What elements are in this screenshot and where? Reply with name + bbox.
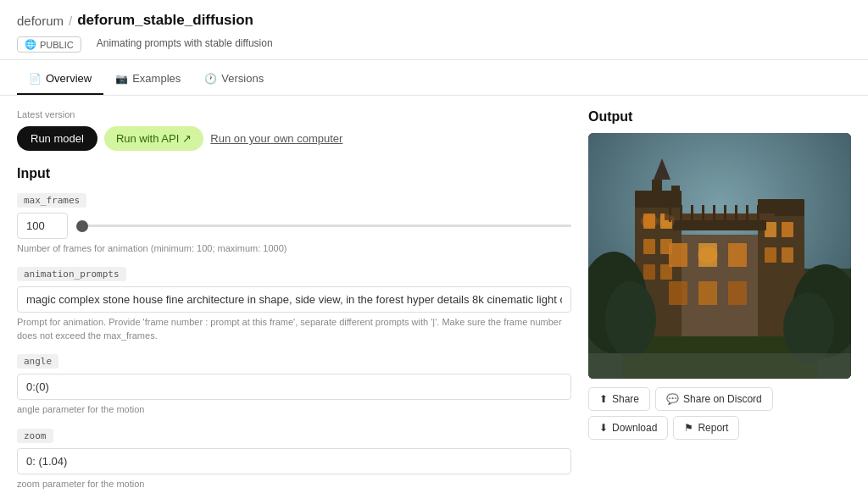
run-api-label: Run with API [116, 132, 179, 145]
output-title: Output [588, 109, 851, 125]
run-model-button[interactable]: Run model [17, 126, 97, 151]
breadcrumb-separator: / [69, 14, 72, 28]
report-button[interactable]: ⚑ Report [673, 416, 739, 440]
breadcrumb: deforum / deforum_stable_diffusion [17, 12, 851, 29]
share-button[interactable]: ⬆ Share [588, 387, 650, 411]
angle-input[interactable] [17, 374, 571, 400]
svg-rect-11 [643, 264, 655, 280]
svg-rect-42 [671, 186, 680, 202]
download-button[interactable]: ⬇ Download [588, 416, 668, 440]
svg-rect-24 [702, 205, 704, 222]
animation-prompts-input[interactable] [17, 286, 571, 313]
action-buttons: Run model Run with API ↗ Run on your own… [17, 126, 571, 151]
public-badge: 🌐 PUBLIC [17, 36, 81, 53]
report-icon: ⚑ [684, 422, 693, 434]
tab-examples-label: Examples [132, 72, 181, 85]
org-name[interactable]: deforum [17, 14, 64, 28]
field-animation-prompts: animation_prompts Prompt for animation. … [17, 267, 571, 342]
tabs-bar: 📄 Overview 📷 Examples 🕐 Versions [0, 64, 868, 96]
field-zoom: zoom zoom parameter for the motion [17, 429, 571, 491]
share-icon: ⬆ [599, 393, 608, 405]
share-discord-button[interactable]: 💬 Share on Discord [655, 387, 773, 411]
svg-rect-41 [652, 180, 662, 201]
svg-rect-18 [782, 247, 793, 263]
svg-rect-26 [724, 205, 726, 222]
page-header: deforum / deforum_stable_diffusion 🌐 PUB… [0, 0, 868, 60]
svg-rect-47 [588, 353, 851, 379]
repo-description: Animating prompts with stable diffusion [97, 37, 273, 49]
svg-rect-28 [746, 205, 748, 222]
output-svg [588, 133, 851, 379]
svg-point-46 [698, 247, 718, 263]
left-panel: Latest version Run model Run with API ↗ … [17, 109, 571, 499]
tab-versions-label: Versions [221, 72, 264, 85]
tab-versions[interactable]: 🕐 Versions [192, 64, 275, 95]
svg-rect-23 [691, 205, 693, 222]
svg-rect-22 [680, 205, 682, 222]
field-angle: angle angle parameter for the motion [17, 354, 571, 416]
animation-prompts-hint: Prompt for animation. Provide 'frame num… [17, 316, 571, 342]
svg-point-45 [658, 214, 675, 228]
svg-rect-9 [643, 239, 655, 254]
overview-icon: 📄 [29, 73, 42, 85]
external-link-icon: ↗ [182, 132, 192, 145]
svg-rect-33 [669, 281, 687, 305]
angle-hint: angle parameter for the motion [17, 403, 571, 416]
svg-point-40 [783, 292, 834, 363]
svg-rect-35 [728, 281, 747, 305]
download-icon: ⬇ [599, 422, 608, 434]
share-label: Share [612, 393, 639, 405]
svg-rect-16 [782, 222, 793, 237]
run-with-api-button[interactable]: Run with API ↗ [104, 126, 203, 151]
tab-overview[interactable]: 📄 Overview [17, 64, 103, 95]
tab-examples[interactable]: 📷 Examples [103, 64, 192, 95]
svg-point-44 [641, 214, 658, 228]
report-label: Report [698, 422, 728, 434]
zoom-input[interactable] [17, 448, 571, 474]
main-content: Latest version Run model Run with API ↗ … [0, 96, 868, 499]
svg-rect-15 [765, 222, 776, 237]
discord-icon: 💬 [666, 393, 679, 405]
versions-icon: 🕐 [204, 73, 217, 85]
max-frames-slider[interactable] [76, 225, 571, 227]
examples-icon: 📷 [115, 73, 128, 85]
download-label: Download [612, 422, 657, 434]
field-max-frames: max_frames Number of frames for animatio… [17, 193, 571, 255]
svg-rect-34 [698, 281, 717, 305]
latest-version-label: Latest version [17, 109, 571, 119]
max-frames-hint: Number of frames for animation (minimum:… [17, 242, 571, 255]
run-own-computer-button[interactable]: Run on your own computer [210, 132, 342, 145]
right-panel: Output [588, 109, 851, 499]
zoom-hint: zoom parameter for the motion [17, 478, 571, 491]
share-discord-label: Share on Discord [683, 393, 762, 405]
angle-label: angle [17, 354, 58, 369]
zoom-label: zoom [17, 429, 53, 443]
globe-icon: 🌐 [25, 39, 36, 50]
input-section-title: Input [17, 166, 571, 181]
max-frames-label: max_frames [17, 193, 86, 208]
output-actions: ⬆ Share 💬 Share on Discord ⬇ Download ⚑ … [588, 387, 851, 440]
output-image [588, 133, 851, 379]
public-label: PUBLIC [40, 40, 74, 50]
repo-name[interactable]: deforum_stable_diffusion [77, 12, 253, 29]
svg-rect-17 [765, 247, 776, 263]
svg-rect-25 [713, 205, 715, 222]
animation-prompts-label: animation_prompts [17, 267, 126, 281]
slider-row [17, 213, 571, 239]
max-frames-input[interactable] [17, 213, 68, 239]
svg-rect-29 [757, 205, 760, 222]
svg-point-39 [605, 281, 656, 358]
header-meta: 🌐 PUBLIC Animating prompts with stable d… [17, 33, 851, 53]
svg-rect-32 [728, 243, 747, 267]
svg-rect-30 [669, 243, 687, 267]
tab-overview-label: Overview [46, 72, 92, 85]
svg-rect-27 [735, 205, 737, 222]
